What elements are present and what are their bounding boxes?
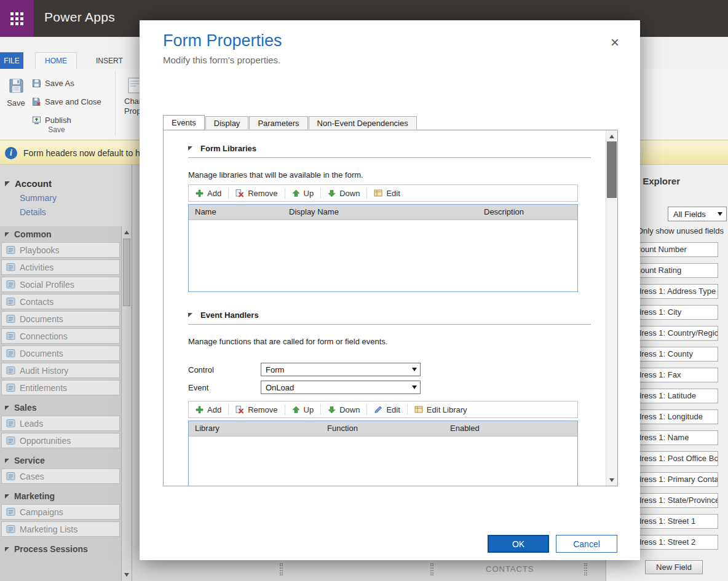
form-libraries-grid-body: [189, 220, 577, 291]
drag-handle-icon: [280, 563, 283, 575]
scroll-down-icon[interactable]: [606, 475, 617, 485]
remove-button[interactable]: Remove: [229, 401, 284, 417]
form-libraries-section-header[interactable]: Form Libraries: [188, 144, 591, 158]
app-launcher-button[interactable]: [0, 0, 34, 37]
tree-item-summary[interactable]: Summary: [20, 193, 132, 203]
column-header-enabled: Enabled: [444, 421, 577, 436]
nav-section-sales[interactable]: Sales: [0, 397, 121, 416]
section-description: Manage functions that are called for for…: [188, 337, 591, 346]
nav-item[interactable]: Campaigns: [1, 504, 120, 520]
nav-section-label: Service: [14, 456, 45, 465]
entity-icon: [6, 263, 15, 272]
nav-item[interactable]: Social Profiles: [1, 277, 120, 292]
add-icon: [196, 406, 204, 414]
arrow-down-icon: [328, 189, 336, 197]
footer-tab-contacts[interactable]: CONTACTS: [486, 564, 534, 574]
tree-item-details[interactable]: Details: [20, 207, 132, 217]
add-label: Add: [207, 189, 221, 198]
field-filter-value: All Fields: [673, 210, 706, 219]
nav-item[interactable]: Contacts: [1, 294, 120, 309]
entity-icon: [6, 349, 15, 358]
cancel-button[interactable]: Cancel: [556, 535, 617, 553]
nav-item[interactable]: Entitlements: [1, 380, 120, 395]
form-properties-dialog: Form Properties Modify this form's prope…: [140, 20, 640, 560]
nav-section-marketing[interactable]: Marketing: [0, 486, 121, 504]
entity-icon: [6, 314, 15, 323]
edit-button[interactable]: Edit: [367, 185, 406, 201]
event-label: Event: [188, 383, 261, 392]
close-icon[interactable]: ×: [611, 35, 619, 50]
scroll-down-icon[interactable]: [122, 570, 132, 580]
entity-tree: Account Summary Details: [0, 165, 132, 226]
nav-item[interactable]: Documents: [1, 346, 120, 361]
pencil-icon: [374, 405, 382, 414]
entity-icon: [6, 383, 15, 392]
save-and-close-icon: [32, 97, 41, 106]
edit-label: Edit: [386, 189, 400, 198]
drag-handle-icon: [584, 563, 587, 575]
nav-item[interactable]: Connections: [1, 328, 120, 344]
save-as-icon: [32, 79, 41, 88]
nav-item[interactable]: Audit History: [1, 363, 120, 378]
down-button[interactable]: Down: [321, 185, 366, 201]
save-button[interactable]: Save: [2, 69, 30, 125]
new-field-button[interactable]: New Field: [645, 560, 703, 574]
edit-button[interactable]: Edit: [367, 401, 406, 417]
edit-library-button[interactable]: Edit Library: [408, 401, 474, 417]
event-select[interactable]: OnLoad: [261, 381, 421, 394]
nav-item-label: Activities: [20, 263, 53, 272]
remove-label: Remove: [248, 405, 277, 414]
nav-scrollbar[interactable]: [121, 226, 132, 581]
nav-item[interactable]: Opportunities: [1, 433, 120, 448]
tab-display[interactable]: Display: [205, 116, 249, 129]
scrollbar-thumb[interactable]: [123, 239, 130, 306]
save-icon: [8, 77, 25, 94]
nav-item[interactable]: Cases: [1, 468, 120, 484]
scroll-up-icon[interactable]: [606, 131, 617, 141]
up-button[interactable]: Up: [285, 185, 321, 201]
app-title: Power Apps: [44, 10, 115, 25]
nav-section-common[interactable]: Common: [0, 226, 121, 242]
nav-item[interactable]: Marketing Lists: [1, 521, 120, 537]
add-button[interactable]: Add: [189, 185, 228, 201]
tab-file[interactable]: FILE: [0, 52, 23, 69]
dialog-scrollbar[interactable]: [606, 130, 617, 486]
field-filter-select[interactable]: All Fields: [668, 207, 727, 221]
grid-header-row: Library Function Enabled: [189, 421, 577, 437]
remove-button[interactable]: Remove: [229, 185, 284, 201]
dialog-footer: OK Cancel: [488, 535, 617, 553]
entity-icon: [6, 524, 15, 534]
entity-icon: [6, 366, 15, 375]
entity-header[interactable]: Account: [5, 178, 132, 189]
tab-non-event-dependencies[interactable]: Non-Event Dependencies: [309, 116, 417, 129]
scroll-up-icon[interactable]: [122, 227, 132, 237]
nav-item[interactable]: Playbooks: [1, 242, 120, 258]
ok-button[interactable]: OK: [488, 535, 549, 553]
nav-section-process-sessions[interactable]: Process Sessions: [0, 539, 121, 557]
nav-item[interactable]: Leads: [1, 416, 120, 431]
event-handlers-grid: Library Function Enabled: [188, 421, 578, 486]
scrollbar-thumb[interactable]: [607, 141, 617, 198]
nav-item[interactable]: Activities: [1, 259, 120, 275]
save-as-button[interactable]: Save As: [32, 74, 101, 92]
nav-section-service[interactable]: Service: [0, 450, 121, 468]
tab-events[interactable]: Events: [163, 115, 205, 130]
up-button[interactable]: Up: [285, 401, 321, 417]
info-icon: i: [5, 147, 17, 159]
event-handlers-section-header[interactable]: Event Handlers: [188, 310, 591, 325]
section-description: Manage libraries that will be available …: [188, 170, 591, 180]
event-select-value: OnLoad: [266, 383, 294, 392]
control-select[interactable]: Form: [261, 363, 421, 376]
section-title: Event Handlers: [200, 310, 259, 320]
entity-icon: [6, 280, 15, 289]
nav-item-label: Leads: [20, 419, 43, 429]
down-button[interactable]: Down: [321, 401, 366, 417]
nav-item[interactable]: Documents: [1, 311, 120, 326]
add-button[interactable]: Add: [189, 401, 228, 417]
save-and-close-button[interactable]: Save and Close: [32, 92, 101, 111]
tab-parameters[interactable]: Parameters: [249, 116, 307, 129]
tab-home[interactable]: HOME: [35, 52, 77, 69]
tab-insert[interactable]: INSERT: [87, 52, 132, 69]
entity-icon: [6, 436, 15, 445]
nav-item-label: Audit History: [20, 366, 68, 376]
